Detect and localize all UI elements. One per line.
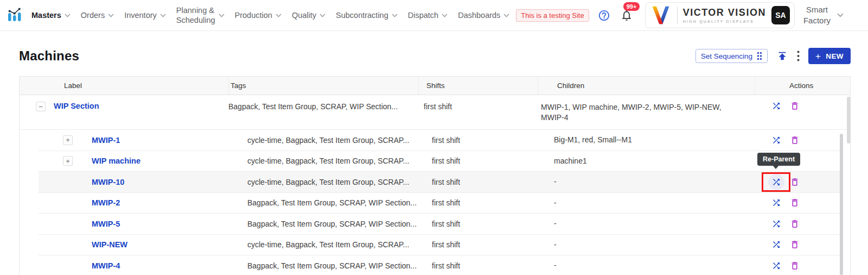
top-nav: Masters Orders Inventory Planning &Sched… <box>0 0 868 31</box>
tags-cell: Bagpack, Test Item Group, SCRAP, WIP Sec… <box>247 255 426 275</box>
shifts-cell: first shift <box>426 214 541 234</box>
reparent-icon[interactable] <box>771 198 781 208</box>
reparent-icon[interactable] <box>768 174 784 190</box>
shifts-cell: first shift <box>418 95 538 129</box>
chevron-down-icon <box>392 14 398 17</box>
table-row: + WIP machine cycle-time, Bagpack, Test … <box>39 151 842 172</box>
children-cell: MWIP-1, WIP machine, MWIP-2, MWIP-5, WIP… <box>538 95 755 129</box>
chevron-down-icon <box>837 13 844 17</box>
tooltip-arrow <box>773 165 779 169</box>
victor-vision-logo-icon <box>650 5 672 26</box>
machine-label-link[interactable]: MWIP-4 <box>92 261 120 270</box>
table-scrollbar[interactable] <box>847 97 851 143</box>
machine-label-link[interactable]: MWIP-10 <box>92 178 124 186</box>
nav-item[interactable]: Orders <box>81 10 114 20</box>
plus-icon: + <box>815 52 821 61</box>
upload-button[interactable] <box>776 50 788 62</box>
nav-item-label: Masters <box>31 10 61 20</box>
column-header-children: Children <box>538 77 755 95</box>
table-row: MWIP-5 Bagpack, Test Item Group, SCRAP, … <box>39 214 842 235</box>
nav-item[interactable]: Quality <box>292 10 326 20</box>
nav-menu: Masters Orders Inventory Planning &Sched… <box>31 5 509 25</box>
set-sequencing-button[interactable]: Set Sequencing <box>695 49 768 63</box>
children-cell: - <box>541 193 748 214</box>
actions-cell <box>755 95 850 129</box>
table-row: WIP-NEW cycle-time, Bagpack, Test Item G… <box>39 235 842 256</box>
kebab-menu-icon <box>797 51 800 61</box>
nav-item-label: Inventory <box>124 10 157 20</box>
nav-item[interactable]: Dashboards <box>458 10 509 20</box>
expand-toggle[interactable]: + <box>63 135 73 145</box>
brand-card: VICTOR VISION HIGH QUALITY DISPLAYS SA <box>645 2 795 28</box>
tags-cell: cycle-time, Bagpack, Test Item Group, SC… <box>247 235 426 255</box>
delete-icon[interactable] <box>790 177 800 187</box>
actions-cell <box>748 214 842 234</box>
children-scrollbar[interactable] <box>840 134 843 275</box>
children-cell: Big-M1, red, Small--M1 <box>541 130 748 151</box>
expand-toggle[interactable]: − <box>36 102 46 111</box>
chevron-down-icon <box>276 14 282 17</box>
children-cell: machine1 <box>541 151 748 172</box>
brand-name: VICTOR VISION <box>683 7 766 18</box>
help-icon[interactable] <box>598 9 610 22</box>
reparent-icon[interactable] <box>771 219 781 229</box>
delete-icon[interactable] <box>790 240 800 249</box>
machine-label-link[interactable]: MWIP-1 <box>92 136 120 145</box>
delete-icon[interactable] <box>790 219 800 229</box>
actions-cell <box>748 235 842 255</box>
table-row: − WIP Section Bagpack, Test Item Group, … <box>20 95 850 130</box>
delete-icon[interactable] <box>790 135 800 145</box>
table-row: + MWIP-1 cycle-time, Bagpack, Test Item … <box>39 130 842 151</box>
tags-cell: cycle-time, Bagpack, Test Item Group, SC… <box>247 151 426 172</box>
machine-label-link[interactable]: MWIP-5 <box>92 220 120 228</box>
table-header: LabelTagsShiftsChildrenActions <box>20 77 850 95</box>
upload-icon <box>776 50 788 62</box>
nav-item[interactable]: Dispatch <box>408 10 448 20</box>
machine-label-link[interactable]: WIP-NEW <box>92 240 127 249</box>
reparent-tooltip: Re-Parent <box>757 153 800 166</box>
children-cell: - <box>541 235 748 255</box>
nav-item[interactable]: Production <box>235 10 282 20</box>
nav-item-label: Orders <box>81 10 105 20</box>
main-content: Machines Set Sequencing + NEW <box>0 48 868 275</box>
nav-item[interactable]: Planning &Scheduling <box>176 5 225 25</box>
notification-count-badge: 99+ <box>623 2 640 11</box>
reparent-icon[interactable] <box>771 261 781 271</box>
user-avatar[interactable]: SA <box>771 6 790 24</box>
app-logo-icon[interactable] <box>5 6 24 24</box>
expand-toggle[interactable]: + <box>63 156 73 166</box>
reparent-icon[interactable] <box>771 135 781 145</box>
tags-cell: cycle-time, Bagpack, Test Item Group, SC… <box>247 172 426 192</box>
page-title: Machines <box>19 48 79 64</box>
nav-item-label: Planning &Scheduling <box>176 5 215 25</box>
chevron-down-icon <box>503 14 509 17</box>
nav-item[interactable]: Inventory <box>124 10 166 20</box>
tags-cell: Bagpack, Test Item Group, SCRAP, WIP Sec… <box>228 95 418 129</box>
site-selector[interactable]: SmartFactory <box>803 4 844 26</box>
delete-icon[interactable] <box>790 261 800 271</box>
nav-item[interactable]: Subcontracting <box>336 10 398 20</box>
reparent-icon[interactable] <box>771 240 781 249</box>
children-cell: - <box>541 214 748 234</box>
actions-cell <box>748 130 842 151</box>
column-header-label: Label <box>20 77 228 95</box>
delete-icon[interactable] <box>790 101 800 111</box>
delete-icon[interactable] <box>790 198 800 208</box>
machine-label-link[interactable]: WIP Section <box>54 102 99 110</box>
table-row: MWIP-4 Bagpack, Test Item Group, SCRAP, … <box>39 255 842 275</box>
actions-cell <box>748 255 842 275</box>
nav-item[interactable]: Masters <box>31 10 71 20</box>
notifications-bell[interactable]: 99+ <box>620 9 633 22</box>
table-row: MWIP-2 Bagpack, Test Item Group, SCRAP, … <box>39 193 842 214</box>
machine-label-link[interactable]: MWIP-2 <box>92 198 120 207</box>
tags-cell: Bagpack, Test Item Group, SCRAP, WIP Sec… <box>247 193 426 214</box>
machine-label-link[interactable]: WIP machine <box>92 157 141 165</box>
reparent-icon[interactable] <box>771 101 781 111</box>
new-label: NEW <box>826 52 844 60</box>
more-options-button[interactable] <box>797 51 800 61</box>
shifts-cell: first shift <box>426 130 541 151</box>
nav-item-label: Quality <box>292 10 316 20</box>
divider <box>677 7 678 24</box>
new-button[interactable]: + NEW <box>808 48 851 64</box>
column-header-shifts: Shifts <box>418 77 538 95</box>
